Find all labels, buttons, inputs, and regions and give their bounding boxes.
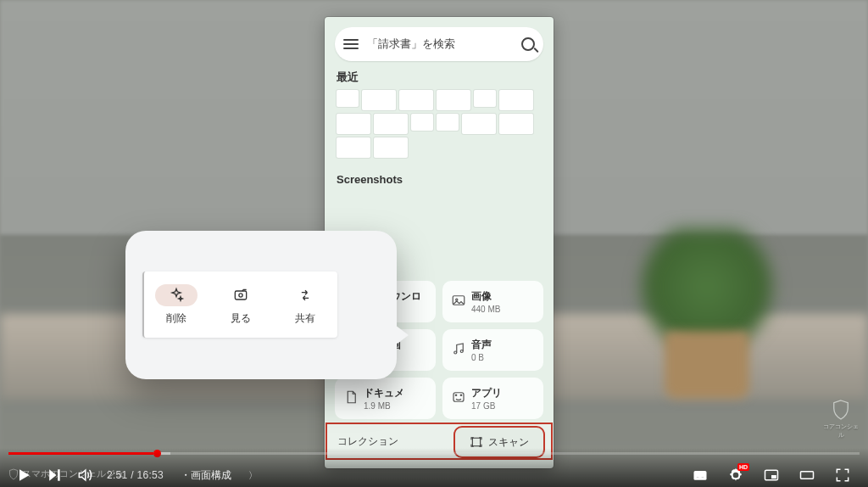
audio-icon [451, 341, 466, 356]
share-icon [297, 287, 314, 304]
channel-watermark[interactable]: コアコンシェル [821, 399, 861, 439]
svg-rect-13 [701, 477, 704, 479]
document-icon [343, 389, 359, 405]
callout-view[interactable]: 見る [209, 271, 273, 338]
hd-badge: HD [737, 463, 749, 471]
chapter-title[interactable]: ・画面構成 [181, 468, 231, 483]
miniplayer-button[interactable] [763, 467, 780, 484]
search-input[interactable]: 「請求書」を検索 [367, 36, 513, 52]
callout-balloon: 削除 見る 共有 [125, 231, 397, 379]
svg-point-4 [460, 350, 463, 353]
search-bar[interactable]: 「請求書」を検索 [335, 27, 543, 61]
callout-label: 見る [231, 311, 251, 326]
category-documents[interactable]: ドキュメ 1.9 MB [335, 378, 436, 419]
callout-actions: 削除 見る 共有 [142, 271, 337, 338]
search-icon[interactable] [521, 37, 535, 51]
thumbnail[interactable] [462, 114, 496, 134]
thumbnail[interactable] [437, 114, 459, 131]
thumbnail[interactable] [399, 90, 433, 110]
thumbnail[interactable] [337, 137, 370, 158]
category-apps[interactable]: アプリ 17 GB [442, 378, 543, 419]
svg-rect-12 [696, 477, 699, 479]
category-size: 17 GB [471, 401, 535, 411]
watermark-text: コアコンシェル [821, 423, 861, 439]
recent-thumbnails[interactable] [325, 90, 554, 158]
svg-point-6 [460, 395, 462, 396]
callout-label: 共有 [295, 311, 315, 326]
category-size: 1.9 MB [364, 401, 427, 411]
svg-point-3 [454, 351, 457, 354]
category-title: アプリ [471, 386, 535, 400]
scan-label: スキャン [488, 435, 529, 450]
apps-icon [451, 389, 466, 405]
background-pot [665, 331, 749, 399]
image-icon [451, 293, 466, 308]
category-images[interactable]: 画像 440 MB [442, 281, 543, 322]
thumbnail[interactable] [411, 114, 433, 131]
thumbnail[interactable] [337, 90, 359, 107]
thumbnail[interactable] [337, 114, 370, 134]
category-size: 0 B [471, 353, 535, 362]
category-title: 音声 [471, 338, 535, 352]
sparkle-icon [168, 287, 185, 304]
recent-title: 最近 [337, 70, 542, 85]
category-title: ドキュメ [364, 386, 427, 400]
svg-rect-9 [235, 291, 246, 299]
svg-point-5 [455, 395, 457, 396]
subtitles-button[interactable] [692, 467, 709, 484]
thumbnail[interactable] [437, 90, 470, 110]
thumbnail[interactable] [499, 114, 533, 134]
theater-button[interactable] [798, 467, 815, 484]
thumbnail[interactable] [499, 90, 533, 110]
thumbnail[interactable] [362, 90, 396, 110]
callout-delete[interactable]: 削除 [144, 271, 209, 338]
callout-label: 削除 [166, 311, 186, 326]
fullscreen-button[interactable] [834, 467, 851, 484]
chevron-right-icon: 〉 [248, 469, 258, 482]
thumbnail[interactable] [374, 114, 408, 134]
player-controls: 2:51 / 16:53 ・画面構成 〉 HD [0, 448, 868, 487]
svg-rect-15 [771, 475, 776, 479]
time-duration: 16:53 [136, 469, 164, 481]
category-size: 440 MB [471, 305, 535, 314]
svg-rect-16 [801, 472, 814, 479]
callout-share[interactable]: 共有 [273, 271, 337, 338]
svg-rect-8 [472, 438, 480, 445]
category-title: 画像 [471, 289, 535, 304]
category-audio[interactable]: 音声 0 B [442, 329, 543, 371]
channel-tag[interactable]: スマホのコンシェルジュ [8, 467, 125, 480]
svg-rect-11 [694, 471, 707, 480]
scan-icon [470, 435, 483, 449]
menu-icon[interactable] [343, 39, 359, 49]
settings-button[interactable]: HD [727, 467, 744, 484]
view-icon [232, 287, 249, 304]
screenshots-title: Screenshots [337, 173, 542, 186]
thumbnail[interactable] [374, 137, 408, 158]
svg-point-10 [239, 293, 242, 296]
channel-tag-text: スマホのコンシェルジュ [22, 467, 125, 480]
thumbnail[interactable] [474, 90, 496, 107]
